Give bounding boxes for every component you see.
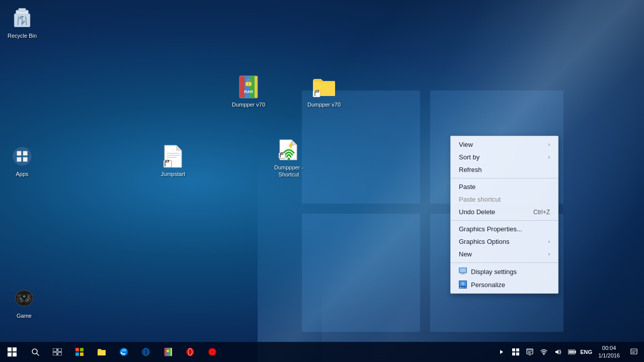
apps-icon[interactable]: Apps xyxy=(2,142,42,179)
taskbar-notification-button[interactable] xyxy=(626,342,642,362)
tray-windows-button[interactable] xyxy=(510,342,522,362)
apps-label: Apps xyxy=(4,170,40,177)
svg-rect-58 xyxy=(8,347,12,351)
recycle-bin-image xyxy=(10,6,34,30)
taskbar-ie-button[interactable] xyxy=(135,342,157,362)
svg-rect-69 xyxy=(80,348,84,351)
svg-rect-102 xyxy=(631,349,637,354)
svg-point-88 xyxy=(211,350,214,353)
context-menu-graphics-properties[interactable]: Graphics Properties... xyxy=(451,223,558,235)
desktop[interactable]: Recycle Bin Apps xyxy=(0,0,644,362)
svg-rect-92 xyxy=(512,352,515,355)
taskbar-tray: ENG 00:04 1/1/2016 xyxy=(494,342,644,362)
svg-rect-61 xyxy=(13,352,17,356)
context-menu-graphics-options[interactable]: Graphics Options › xyxy=(451,235,558,248)
dumpper-shortcut-icon[interactable]: Dumppper - Shortcut xyxy=(266,136,311,180)
context-menu-sep-1 xyxy=(451,178,558,178)
context-menu-undo-delete-label: Undo Delete xyxy=(459,208,533,216)
svg-rect-31 xyxy=(250,76,255,98)
start-button[interactable] xyxy=(0,342,24,362)
svg-rect-29 xyxy=(239,76,245,98)
context-menu-sort-by-label: Sort by xyxy=(459,153,548,161)
context-menu-sort-by[interactable]: Sort by › xyxy=(451,151,558,163)
tray-battery-icon[interactable] xyxy=(566,342,578,362)
svg-rect-55 xyxy=(460,287,461,288)
apps-image xyxy=(10,144,34,168)
clock-time: 00:04 xyxy=(602,344,616,352)
context-menu-refresh[interactable]: Refresh xyxy=(451,163,558,176)
dumpper-shortcut-image xyxy=(277,138,301,162)
svg-rect-26 xyxy=(23,296,24,297)
search-button[interactable] xyxy=(24,342,46,362)
svg-rect-71 xyxy=(80,352,84,356)
display-settings-icon xyxy=(459,267,467,276)
svg-text:RAR: RAR xyxy=(244,89,253,94)
dumpper-zip-label: Dumpper v70 xyxy=(230,101,267,108)
taskbar-explorer-button[interactable] xyxy=(91,342,113,362)
svg-rect-68 xyxy=(75,348,79,351)
taskbar-clock[interactable]: 00:04 1/1/2016 xyxy=(594,342,624,362)
svg-point-24 xyxy=(25,299,28,302)
context-menu-new-label: New xyxy=(459,250,548,258)
graphics-options-submenu-arrow: › xyxy=(548,239,550,244)
taskbar: ENG 00:04 1/1/2016 xyxy=(0,342,644,362)
svg-point-6 xyxy=(13,147,32,166)
context-menu-paste[interactable]: Paste xyxy=(451,180,558,193)
svg-line-63 xyxy=(37,353,39,355)
svg-rect-79 xyxy=(165,348,167,356)
context-menu-paste-shortcut[interactable]: Paste shortcut xyxy=(451,193,558,206)
context-menu-sep-3 xyxy=(451,262,558,263)
context-menu-new[interactable]: New › xyxy=(451,248,558,260)
context-menu-graphics-properties-label: Graphics Properties... xyxy=(459,225,550,233)
svg-rect-90 xyxy=(512,348,515,351)
svg-rect-22 xyxy=(27,295,31,296)
dumpper-shortcut-label: Dumppper - Shortcut xyxy=(266,164,311,178)
task-view-button[interactable] xyxy=(46,342,68,362)
svg-point-44 xyxy=(288,158,290,160)
svg-rect-56 xyxy=(462,287,464,288)
dumpper-folder-label: Dumpper v70 xyxy=(306,101,342,108)
tray-action-center[interactable] xyxy=(524,342,536,362)
jumpstart-image xyxy=(161,144,185,168)
taskbar-browser2-button[interactable] xyxy=(201,342,223,362)
svg-point-34 xyxy=(248,83,250,85)
svg-rect-8 xyxy=(23,151,28,156)
personalize-icon xyxy=(459,281,467,289)
taskbar-store-button[interactable] xyxy=(68,342,91,362)
undo-delete-shortcut: Ctrl+Z xyxy=(533,209,550,216)
game-icon[interactable]: Game xyxy=(4,284,44,321)
dumpper-zip-icon[interactable]: RAR Dumpper v70 xyxy=(228,73,269,110)
tray-network-icon[interactable] xyxy=(538,342,550,362)
recycle-bin-icon[interactable]: Recycle Bin xyxy=(2,4,42,41)
svg-rect-2 xyxy=(19,9,26,11)
tray-overflow-button[interactable] xyxy=(496,342,508,362)
svg-rect-93 xyxy=(516,352,519,355)
taskbar-winrar-button[interactable] xyxy=(157,342,179,362)
sort-by-submenu-arrow: › xyxy=(548,154,550,160)
svg-rect-27 xyxy=(24,296,26,297)
context-menu-view[interactable]: View › xyxy=(451,138,558,151)
svg-point-98 xyxy=(543,354,544,355)
jumpstart-icon[interactable]: Jumpstart xyxy=(153,142,193,179)
context-menu-undo-delete[interactable]: Undo Delete Ctrl+Z xyxy=(451,206,558,218)
taskbar-opera-button[interactable] xyxy=(179,342,201,362)
svg-rect-32 xyxy=(255,76,258,98)
context-menu-paste-label: Paste xyxy=(459,183,550,191)
tray-language-icon[interactable]: ENG xyxy=(580,342,592,362)
view-submenu-arrow: › xyxy=(548,142,550,147)
context-menu-graphics-options-label: Graphics Options xyxy=(459,238,548,245)
dumpper-folder-image xyxy=(312,75,336,99)
context-menu-paste-shortcut-label: Paste shortcut xyxy=(459,196,550,203)
svg-rect-57 xyxy=(465,287,466,288)
context-menu-display-settings[interactable]: Display settings xyxy=(451,265,558,278)
svg-point-84 xyxy=(186,348,194,356)
context-menu: View › Sort by › Refresh Paste Paste sho… xyxy=(450,136,558,294)
context-menu-personalize[interactable]: Personalize xyxy=(451,278,558,291)
svg-rect-45 xyxy=(279,153,285,158)
svg-rect-91 xyxy=(516,348,519,351)
tray-volume-icon[interactable] xyxy=(552,342,564,362)
jumpstart-label: Jumpstart xyxy=(155,170,191,177)
svg-rect-65 xyxy=(58,348,62,351)
taskbar-edge-button[interactable] xyxy=(113,342,135,362)
dumpper-folder-icon[interactable]: Dumpper v70 xyxy=(304,73,344,110)
